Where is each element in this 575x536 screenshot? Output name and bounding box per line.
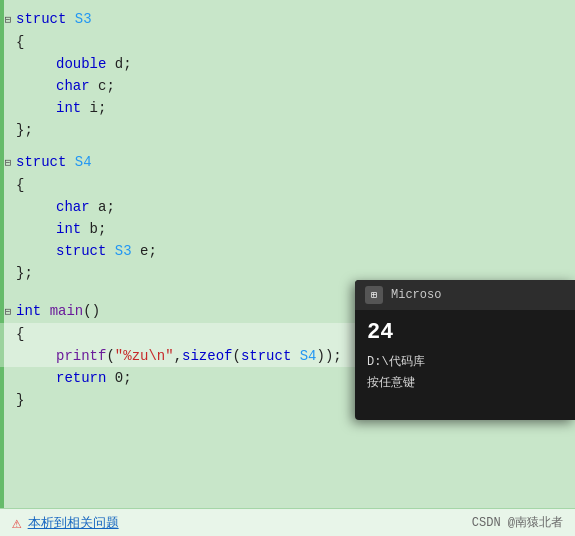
closing-parens: )); (317, 345, 342, 367)
code-line: char c; (0, 75, 575, 97)
parens-main: () (83, 300, 100, 322)
code-line: { (0, 31, 575, 53)
code-line: double d; (0, 53, 575, 75)
keyword-struct-s3e: struct (16, 240, 106, 262)
struct-name-s4: S4 (75, 151, 92, 173)
fold-button[interactable]: ⊟ (0, 9, 16, 31)
code-line: ⊟ struct S3 (0, 8, 575, 31)
func-printf: printf (16, 345, 106, 367)
terminal-prompt: 按任意键 (367, 374, 563, 391)
terminal-overlay: ⊞ Microso 24 D:\代码库 按任意键 (355, 280, 575, 420)
var-d: d; (106, 53, 131, 75)
plain-space (66, 8, 74, 30)
code-line: ⊟ struct S4 (0, 151, 575, 174)
paren-open2: ( (232, 345, 240, 367)
code-line: }; (0, 119, 575, 141)
var-b: b; (81, 218, 106, 240)
terminal-icon: ⊞ (365, 286, 383, 304)
return-val: 0; (106, 367, 131, 389)
terminal-path: D:\代码库 (367, 353, 563, 370)
comma: , (174, 345, 182, 367)
var-c: c; (90, 75, 115, 97)
plain-sp2 (106, 240, 114, 262)
terminal-titlebar: ⊞ Microso (355, 280, 575, 310)
brace-open: { (16, 31, 24, 53)
keyword-struct: struct (16, 8, 66, 30)
struct-name-s3: S3 (75, 8, 92, 30)
brace-close-s3: }; (16, 119, 33, 141)
warning-icon: ⚠ (12, 513, 22, 533)
code-line: struct S3 e; (0, 240, 575, 262)
terminal-output-number: 24 (367, 320, 563, 345)
keyword-int-main: int (16, 300, 41, 322)
func-main: main (50, 300, 84, 322)
plain-space-s4 (66, 151, 74, 173)
bottom-bar: ⚠ 本析到相关问题 CSDN @南猿北者 (0, 508, 575, 536)
brace-open-s4: { (16, 174, 24, 196)
code-line: char a; (0, 196, 575, 218)
terminal-title: Microso (391, 288, 441, 302)
keyword-return: return (16, 367, 106, 389)
keyword-int-b: int (16, 218, 81, 240)
keyword-double: double (16, 53, 106, 75)
keyword-struct-s4: struct (16, 151, 66, 173)
keyword-char-a: char (16, 196, 90, 218)
brace-open-main: { (16, 323, 24, 345)
sp4 (291, 345, 299, 367)
editor-area: ⊟ struct S3 { double d; char c; int i; (0, 0, 575, 536)
code-line: int i; (0, 97, 575, 119)
plain-sp3 (41, 300, 49, 322)
terminal-body: 24 D:\代码库 按任意键 (355, 310, 575, 420)
brace-close-s4: }; (16, 262, 33, 284)
bottom-link[interactable]: 本析到相关问题 (28, 514, 119, 532)
brace-close-main: } (16, 389, 24, 411)
author-label: CSDN @南猿北者 (472, 514, 563, 531)
fold-button-main[interactable]: ⊟ (0, 301, 16, 323)
keyword-struct-s4p: struct (241, 345, 291, 367)
struct-ref-s3: S3 (115, 240, 132, 262)
struct-s4-ref: S4 (300, 345, 317, 367)
var-i: i; (81, 97, 106, 119)
code-line: int b; (0, 218, 575, 240)
string-format: "%zu\n" (115, 345, 174, 367)
keyword-int-i: int (16, 97, 81, 119)
fold-button-s4[interactable]: ⊟ (0, 152, 16, 174)
code-line-empty (0, 141, 575, 151)
keyword-sizeof: sizeof (182, 345, 232, 367)
keyword-char: char (16, 75, 90, 97)
paren-open: ( (106, 345, 114, 367)
var-e: e; (132, 240, 157, 262)
code-container: ⊟ struct S3 { double d; char c; int i; (0, 0, 575, 536)
var-a: a; (90, 196, 115, 218)
code-line: { (0, 174, 575, 196)
